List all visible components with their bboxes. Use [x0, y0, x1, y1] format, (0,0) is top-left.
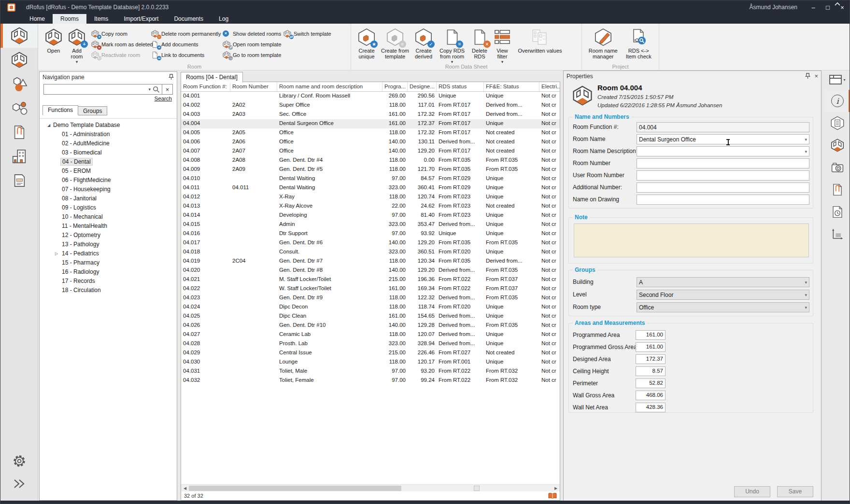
column-header[interactable]: Progra...	[382, 82, 408, 91]
column-header[interactable]: FF&E: Status	[484, 82, 539, 91]
tree-item[interactable]: 15 - Pharmacy	[40, 258, 177, 267]
group-combo[interactable]: A	[637, 277, 809, 287]
view-filter-button[interactable]: View filter▾	[491, 27, 513, 65]
close-panel-icon[interactable]: ×	[814, 72, 818, 80]
tree-item[interactable]: 03 - Biomedical	[40, 148, 177, 157]
tree-item[interactable]: 01 - Administration	[40, 130, 177, 139]
navpane-tab[interactable]: Functions	[42, 105, 78, 115]
tree-item[interactable]: 16 - Radiology	[40, 267, 177, 277]
layout-selector[interactable]: ▾	[829, 71, 845, 88]
tree-item[interactable]: 04 - Dental	[40, 157, 177, 167]
table-row[interactable]: 04.018 Consult.323.00 360.51From RT.020 …	[181, 248, 560, 257]
tool-documents[interactable]	[824, 179, 850, 201]
note-textarea[interactable]	[574, 224, 809, 257]
table-row[interactable]: 04.0052A05 Office118.00 172.32From RT.01…	[181, 128, 560, 138]
rds-item-check-button[interactable]: RDS <-> Item check	[621, 27, 656, 60]
table-row[interactable]: 04.021 M. Staff Locker/Toilet215.00 196.…	[181, 275, 560, 284]
area-value-field[interactable]: 52.82	[636, 378, 666, 388]
room-name-combo[interactable]: Dental Surgeon Office	[637, 134, 809, 144]
tree-expander-icon[interactable]: ▷	[55, 249, 58, 258]
tree-item[interactable]: 09 - Logistics	[40, 203, 177, 212]
area-value-field[interactable]: 161.00	[636, 342, 666, 352]
tree-item[interactable]: 12 - Optometry	[40, 231, 177, 240]
copy-rds-from-room-button[interactable]: = Copy RDS from room▾	[436, 27, 468, 65]
table-row[interactable]: 04.0062A06 Office140.00 130.11Derived fr…	[181, 138, 560, 147]
menu-tab[interactable]: Rooms	[53, 14, 86, 24]
sidebar-item-rooms[interactable]	[0, 24, 38, 48]
table-row[interactable]: 04.029 Central Issue215.00 226.46From RT…	[181, 349, 560, 358]
table-row[interactable]: 04.022 W. Staff Locker/Toilet161.00 169.…	[181, 284, 560, 294]
table-row[interactable]: 04.016 Dtr Support97.00 93.92Unique Uniq…	[181, 229, 560, 238]
search-box[interactable]: ▾ ×	[43, 84, 173, 95]
column-header[interactable]: Electri...	[539, 82, 560, 91]
table-row[interactable]: 04.004 Dental Surgeon Office161.00 172.3…	[181, 119, 560, 128]
rooms-table-tab[interactable]: Rooms [04 - Dental]	[181, 72, 243, 83]
undo-button[interactable]: Undo	[734, 486, 770, 497]
room-name-description-combo[interactable]	[637, 146, 809, 156]
table-row[interactable]: 04.031 Toliet, Male97.00 93.20From RT.02…	[181, 367, 560, 376]
room-name-manager-button[interactable]: Room name manager	[585, 27, 621, 60]
switch-template-button[interactable]: ⇄Switch template	[283, 28, 334, 39]
room-number-field[interactable]	[637, 158, 809, 168]
sidebar-item-documents[interactable]	[0, 120, 38, 144]
tree-item[interactable]: 10 - Mechanical	[40, 212, 177, 222]
tool-room[interactable]	[824, 134, 850, 156]
scroll-left-icon[interactable]: ◀	[181, 486, 189, 490]
tool-measurements[interactable]	[824, 223, 850, 245]
table-row[interactable]: 04.017 Gen. Dent. Dtr #6140.00 129.20Fro…	[181, 238, 560, 248]
menu-tab[interactable]: Log	[211, 14, 236, 24]
show-deleted-rooms-button[interactable]: ×Show deleted rooms	[223, 28, 283, 39]
additional-number-field[interactable]	[637, 182, 809, 193]
table-row[interactable]: 04.013 X-Ray Alcove22.00 24.62From RT.02…	[181, 202, 560, 211]
save-button[interactable]: Save	[777, 486, 813, 497]
table-row[interactable]: 04.0082A08 Gen. Dent. Dtr #4118.00 0.00F…	[181, 156, 560, 165]
horizontal-scrollbar[interactable]: ◀ ▶	[181, 484, 560, 491]
column-header[interactable]: Room name and room description	[277, 82, 382, 91]
area-value-field[interactable]: 172.37	[636, 354, 666, 364]
area-value-field[interactable]: 468.06	[636, 391, 666, 400]
clear-search-icon[interactable]: ×	[162, 84, 172, 94]
scrollbar-splitter[interactable]	[474, 486, 480, 491]
delete-room-permanently-button[interactable]: −Delete room permanently	[151, 28, 223, 39]
area-value-field[interactable]: 428.36	[636, 403, 666, 412]
tree-item[interactable]: 02 - AdultMedicine	[40, 139, 177, 148]
mark-room-deleted-button[interactable]: ×Mark room as deleted	[91, 39, 151, 50]
area-value-field[interactable]: 8.57	[636, 366, 666, 376]
column-header[interactable]: Room Number	[230, 82, 277, 91]
sidebar-item-buildings[interactable]	[0, 144, 38, 168]
minimize-button[interactable]: –	[806, 0, 821, 14]
column-header[interactable]: Designe...	[408, 82, 437, 91]
tree-item[interactable]: 11 - MentalHealth	[40, 222, 177, 231]
menu-tab[interactable]: Items	[86, 14, 116, 24]
menu-tab[interactable]: Documents	[166, 14, 211, 24]
table-row[interactable]: 04.0092A09 Gen. Dent. Dtr #5118.00 121.7…	[181, 165, 560, 174]
tree-item[interactable]: 17 - Records	[40, 277, 177, 286]
table-row[interactable]: 04.0072A07 Office140.00 129.20From RT.01…	[181, 147, 560, 156]
group-combo[interactable]: Office	[637, 302, 809, 312]
table-row[interactable]: 04.028 Prosth. Lab323.00 328.94Derived f…	[181, 339, 560, 349]
tree-item[interactable]: 05 - EROM	[40, 167, 177, 176]
area-value-field[interactable]: 161.00	[636, 330, 666, 340]
maximize-button[interactable]: □	[821, 0, 835, 14]
name-on-drawing-field[interactable]	[637, 195, 809, 205]
tool-info[interactable]: i	[824, 90, 850, 112]
add-documents-button[interactable]: +Add documents	[151, 39, 223, 50]
table-row[interactable]: 04.014 Developing97.00 81.40From RT.023 …	[181, 211, 560, 220]
tree-item[interactable]: ▷ 14 - Pediatrics	[40, 249, 177, 258]
table-row[interactable]: 04.010 Dental Waiting97.00 84.57From RT.…	[181, 174, 560, 183]
tree-item[interactable]: 13 - Pathology	[40, 240, 177, 249]
tree-item[interactable]: 07 - Housekeeping	[40, 185, 177, 194]
pin-icon[interactable]	[169, 74, 174, 80]
open-room-template-button[interactable]: ↗Open room template	[223, 39, 283, 50]
pin-icon[interactable]	[805, 73, 810, 79]
search-link[interactable]: Search	[155, 96, 172, 101]
tool-log[interactable]	[824, 201, 850, 223]
table-row[interactable]: 04.024 Dipc Decon118.00 118.74From RT.02…	[181, 303, 560, 312]
open-room-button[interactable]: Open	[43, 27, 64, 55]
table-row[interactable]: 04.012 X-Ray118.00 120.74From RT.023 Uni…	[181, 193, 560, 202]
column-header[interactable]: Room Function #:	[181, 82, 230, 91]
table-row[interactable]: 04.020 Gen. Dent. Dtr #8140.00 129.20Der…	[181, 266, 560, 275]
user-room-number-field[interactable]	[637, 170, 809, 181]
table-row[interactable]: 04.015 Admin323.00 353.47Derived from...…	[181, 220, 560, 229]
tree-item[interactable]: 08 - Janitorial	[40, 194, 177, 203]
